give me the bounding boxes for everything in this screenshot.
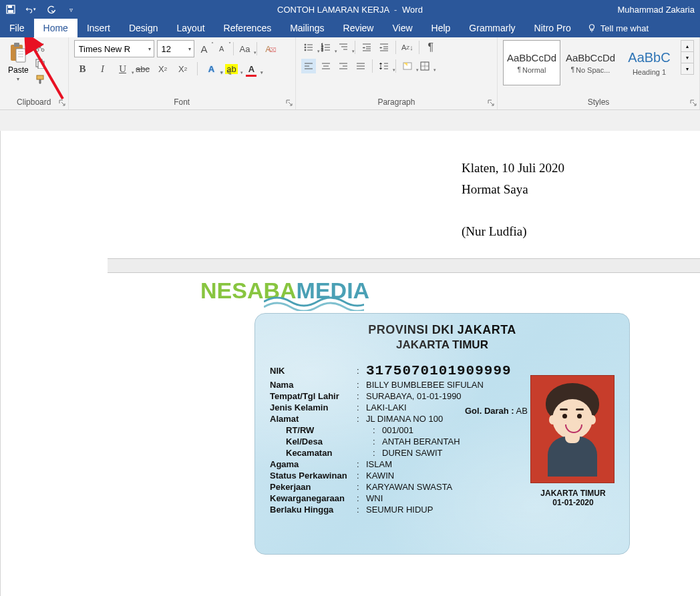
tab-layout[interactable]: Layout: [168, 19, 214, 37]
superscript-button[interactable]: X2: [176, 61, 190, 76]
clear-formatting-button[interactable]: A⌫: [261, 41, 276, 56]
styles-gallery-scroll[interactable]: ▴ ▾ ▾: [681, 40, 694, 75]
ktp-berlaku-label: Berlaku Hingga: [270, 505, 357, 515]
font-size-combo[interactable]: ▾: [157, 40, 194, 57]
style-no-spacing[interactable]: AaBbCcDd ¶No Spac...: [562, 40, 619, 85]
tab-help[interactable]: Help: [422, 19, 460, 37]
ribbon-tabs: File Home Insert Design Layout Reference…: [0, 19, 700, 37]
change-case-button[interactable]: Aa▾: [238, 41, 252, 56]
tab-grammarly[interactable]: Grammarly: [460, 19, 524, 37]
tab-insert[interactable]: Insert: [77, 19, 120, 37]
redo-icon[interactable]: [45, 4, 56, 15]
app-name: Word: [402, 5, 423, 15]
tab-file[interactable]: File: [0, 19, 34, 37]
sort-button[interactable]: AZ↓: [400, 40, 415, 55]
svg-rect-7: [14, 43, 19, 47]
ktp-rtrw-label: RT/RW: [270, 425, 373, 435]
align-left-button[interactable]: [301, 59, 316, 73]
decrease-indent-button[interactable]: [359, 40, 374, 55]
ktp-rtrw: 001/001: [382, 425, 413, 435]
group-label-clipboard: Clipboard: [5, 95, 63, 109]
ktp-keldesa-label: Kel/Desa: [270, 436, 373, 446]
style-normal[interactable]: AaBbCcDd ¶Normal: [503, 40, 560, 85]
font-name-input[interactable]: [77, 43, 136, 55]
page-1[interactable]: Klaten, 10 Juli 2020 Hormat Saya (Nur Lu…: [108, 131, 700, 258]
tab-design[interactable]: Design: [120, 19, 168, 37]
tab-nitro-pro[interactable]: Nitro Pro: [525, 19, 580, 37]
ktp-warga: WNI: [366, 493, 383, 503]
style-heading-1[interactable]: AaBbC Heading 1: [621, 40, 678, 85]
cut-icon[interactable]: [34, 41, 46, 53]
svg-text:3: 3: [321, 48, 323, 52]
grow-font-button[interactable]: A˄: [197, 41, 212, 56]
paragraph-launcher[interactable]: [486, 98, 496, 107]
strikethrough-button[interactable]: abc: [136, 61, 150, 76]
subscript-button[interactable]: X2: [156, 61, 170, 76]
numbering-button[interactable]: 123▾: [319, 40, 333, 55]
letter-signer: (Nur Ludfia): [462, 221, 660, 242]
styles-launcher[interactable]: [689, 98, 698, 107]
ktp-card[interactable]: PROVINSI DKI JAKARTA JAKARTA TIMUR NIK:3…: [254, 313, 630, 555]
page-2[interactable]: PROVINSI DKI JAKARTA JAKARTA TIMUR NIK:3…: [108, 273, 700, 581]
tab-references[interactable]: References: [214, 19, 281, 37]
copy-icon[interactable]: [34, 57, 46, 69]
bold-button[interactable]: B: [75, 61, 90, 76]
ktp-ttl-label: Tempat/Tgl Lahir: [270, 391, 357, 401]
document-area[interactable]: Klaten, 10 Juli 2020 Hormat Saya (Nur Lu…: [0, 131, 700, 596]
justify-button[interactable]: [353, 59, 368, 73]
letter-salutation: Hormat Saya: [462, 179, 660, 200]
ktp-agama: ISLAM: [366, 459, 392, 469]
ktp-warga-label: Kewarganegaraan: [270, 493, 357, 503]
pages: Klaten, 10 Juli 2020 Hormat Saya (Nur Lu…: [108, 131, 700, 596]
underline-button[interactable]: U▾: [116, 61, 130, 76]
ktp-jk: LAKI-LAKI: [366, 402, 407, 412]
group-label-font: Font: [74, 95, 290, 109]
title-bar: ▾ ▿ CONTOH LAMARAN KERJA - Word Muhammad…: [0, 0, 700, 19]
letter-date-place: Klaten, 10 Juli 2020: [462, 158, 660, 179]
tab-home[interactable]: Home: [34, 19, 77, 37]
shrink-font-button[interactable]: A˅: [214, 41, 229, 56]
align-right-button[interactable]: [336, 59, 351, 73]
svg-rect-2: [8, 10, 13, 13]
customize-qat-icon[interactable]: ▿: [65, 4, 76, 15]
align-center-button[interactable]: [319, 59, 333, 73]
shading-button[interactable]: ▾: [400, 59, 415, 73]
svg-rect-1: [8, 5, 12, 8]
ribbon: Paste ▾ Clipboard ▾ ▾: [0, 37, 700, 110]
highlight-button[interactable]: ab✎▾: [224, 61, 239, 76]
italic-button[interactable]: I: [96, 61, 110, 76]
ktp-kecamatan-label: Kecamatan: [270, 448, 373, 458]
show-marks-button[interactable]: ¶: [423, 40, 438, 55]
ktp-jk-label: Jenis Kelamin: [270, 402, 357, 412]
styles-scroll-down-icon[interactable]: ▾: [681, 52, 693, 63]
multilevel-list-button[interactable]: ▾: [336, 40, 351, 55]
svg-point-17: [305, 44, 306, 45]
tab-view[interactable]: View: [383, 19, 421, 37]
format-painter-icon[interactable]: [34, 73, 46, 85]
styles-scroll-up-icon[interactable]: ▴: [681, 41, 693, 52]
ktp-nik: 3175070101909999: [366, 363, 512, 378]
paste-button[interactable]: Paste ▾: [5, 40, 31, 83]
font-launcher[interactable]: [285, 98, 294, 107]
user-name[interactable]: Muhammad Zakaria: [617, 5, 695, 15]
group-styles: AaBbCcDd ¶Normal AaBbCcDd ¶No Spac... Aa…: [498, 37, 700, 109]
bullets-button[interactable]: ▾: [301, 40, 316, 55]
paste-icon: [8, 41, 28, 64]
font-name-combo[interactable]: ▾: [74, 40, 154, 57]
text-effects-button[interactable]: A▾: [204, 61, 219, 76]
ktp-kecamatan: DUREN SAWIT: [382, 448, 443, 458]
quick-access-toolbar: ▾ ▿: [5, 4, 76, 15]
tab-review[interactable]: Review: [334, 19, 383, 37]
line-spacing-button[interactable]: ▾: [377, 59, 391, 73]
undo-icon[interactable]: ▾: [25, 4, 36, 15]
increase-indent-button[interactable]: [377, 40, 391, 55]
font-color-button[interactable]: A▾: [244, 61, 259, 76]
left-margin: [0, 131, 108, 596]
font-size-input[interactable]: [160, 43, 180, 55]
clipboard-launcher[interactable]: [57, 98, 67, 107]
tell-me-search[interactable]: Tell me what: [580, 19, 655, 37]
styles-expand-icon[interactable]: ▾: [681, 63, 693, 74]
save-icon[interactable]: [5, 4, 16, 15]
borders-button[interactable]: ▾: [417, 59, 432, 73]
tab-mailings[interactable]: Mailings: [281, 19, 333, 37]
